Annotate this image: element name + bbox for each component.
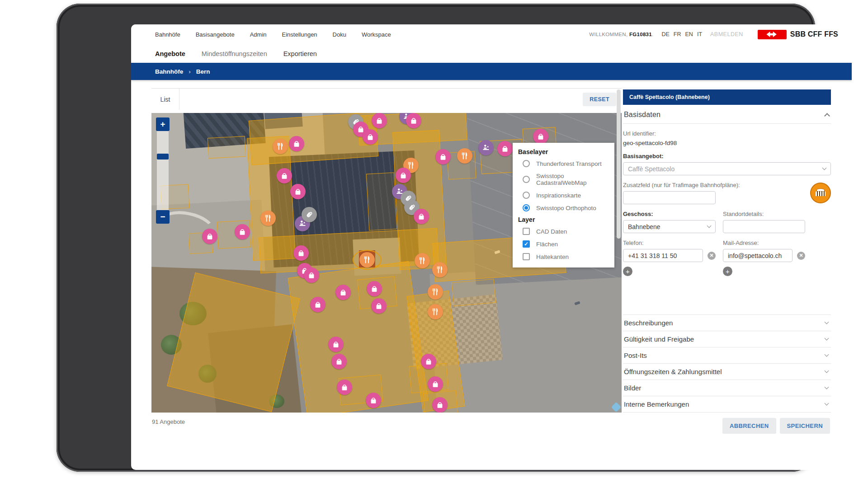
shop-marker[interactable] [235,224,250,239]
baselayer-option[interactable]: Swisstopo Orthophoto [513,202,614,214]
radio-icon[interactable] [523,204,530,211]
zoom-out-button[interactable]: − [156,210,170,224]
checkbox-icon[interactable]: ✓ [523,240,530,248]
accordion-post-its[interactable]: Post-Its [623,347,831,363]
clear-mail-icon[interactable]: ✕ [797,252,805,260]
baselayer-option-label: Swisstopo Orthophoto [536,205,596,211]
shop-marker[interactable] [202,229,217,244]
zoom-in-button[interactable]: + [156,117,170,131]
zoom-slider-track[interactable] [157,131,169,210]
shop-marker[interactable] [371,298,387,314]
shop-marker[interactable] [290,184,306,199]
restaurant-marker[interactable] [428,284,443,300]
restaurant-marker[interactable] [273,139,288,154]
basisdaten-section-header[interactable]: Basisdaten [623,105,831,124]
shop-marker[interactable] [406,113,421,128]
add-mail-button[interactable]: + [723,267,732,276]
layer-option[interactable]: Haltekanten [513,250,614,263]
shop-marker[interactable] [497,141,513,156]
shop-marker[interactable] [366,393,381,408]
shop-marker[interactable] [421,354,436,369]
panel-scrollbar[interactable] [617,89,621,239]
layer-option[interactable]: CAD Daten [513,225,614,238]
geschoss-select[interactable]: Bahnebene [623,220,716,233]
tab-angebote[interactable]: Angebote [155,50,185,57]
shop-marker[interactable] [432,397,448,413]
accordion--ffnungszeiten-zahlungsmittel[interactable]: Öffnungszeiten & Zahlungsmittel [623,363,831,380]
shop-marker[interactable] [304,267,319,283]
main-nav-item-bahnhöfe[interactable]: Bahnhöfe [155,31,180,38]
chevron-down-icon [825,369,829,373]
checkbox-icon[interactable] [523,228,530,235]
radio-icon[interactable] [523,192,530,199]
language-de[interactable]: DE [661,31,669,38]
save-button[interactable]: SPEICHERN [780,418,830,434]
baselayer-option[interactable]: Swisstopo CadastralWebMap [513,170,614,189]
restaurant-marker[interactable] [415,253,430,268]
service-marker[interactable] [478,140,494,155]
map-toolbar: List RESET [151,88,622,110]
radio-icon[interactable] [523,176,530,183]
accordion-interne-bemerkungen[interactable]: Interne Bemerkungen [623,396,831,413]
breadcrumb-root[interactable]: Bahnhöfe [155,68,183,75]
shop-marker[interactable] [331,354,347,369]
shop-marker[interactable] [396,168,411,183]
shop-marker[interactable] [363,129,378,145]
shop-marker[interactable] [310,297,326,312]
telefon-input[interactable] [623,249,703,262]
restaurant-marker[interactable] [428,304,443,319]
main-nav-item-einstellungen[interactable]: Einstellungen [282,31,317,38]
layer-panel: Baselayer Thunderforest TransportSwissto… [513,143,614,267]
main-nav-item-basisangebote[interactable]: Basisangebote [196,31,235,38]
restaurant-marker[interactable] [432,262,448,277]
shop-marker[interactable] [533,129,548,144]
checkbox-icon[interactable] [523,253,530,260]
map-canvas[interactable]: + − Baselayer Thunderforest TransportSwi… [151,113,622,413]
zusatzfeld-input[interactable] [623,191,716,204]
shop-marker[interactable] [435,149,451,164]
language-en[interactable]: EN [685,31,693,38]
logout-link[interactable]: ABMELDEN [710,31,743,38]
shop-marker[interactable] [337,380,352,395]
restaurant-marker[interactable] [457,148,472,164]
language-fr[interactable]: FR [674,31,681,38]
zoom-slider-handle[interactable] [157,154,169,160]
main-nav: BahnhöfeBasisangeboteAdminEinstellungenD… [155,31,391,38]
shop-marker[interactable] [367,281,382,296]
main-nav-item-doku[interactable]: Doku [333,31,346,38]
mail-input[interactable] [723,249,793,262]
cancel-button[interactable]: ABBRECHEN [722,418,776,434]
shop-marker[interactable] [277,168,292,183]
shop-marker[interactable] [414,209,429,224]
shop-marker[interactable] [372,113,387,128]
accordion-bilder[interactable]: Bilder [623,380,831,396]
add-telefon-button[interactable]: + [623,267,632,276]
restaurant-icon[interactable] [359,252,375,267]
main-nav-item-admin[interactable]: Admin [250,31,267,38]
tab-mindestöffnungszeiten[interactable]: Mindestöffnungszeiten [202,50,267,57]
baselayer-option[interactable]: Thunderforest Transport [513,157,614,170]
tab-exportieren[interactable]: Exportieren [283,50,317,57]
reset-button[interactable]: RESET [583,93,616,106]
shop-marker[interactable] [293,245,309,261]
accordion-beschreibungen[interactable]: Beschreibungen [623,314,831,331]
list-tab[interactable]: List [151,89,179,110]
main-nav-item-workspace[interactable]: Workspace [362,31,391,38]
accordion-label: Öffnungszeiten & Zahlungsmittel [624,368,722,375]
accordion-label: Post-Its [624,352,647,359]
clear-telefon-icon[interactable]: ✕ [708,252,716,260]
shop-marker[interactable] [428,376,443,392]
language-it[interactable]: IT [697,31,702,38]
baselayer-option[interactable]: Inspirationskarte [513,189,614,202]
standortdetails-input[interactable] [723,220,805,233]
shop-marker[interactable] [328,337,344,352]
shop-marker[interactable] [289,136,304,151]
selected-offer-marker[interactable] [353,249,382,271]
restaurant-marker[interactable] [260,211,276,226]
layer-option[interactable]: ✓Flächen [513,238,614,250]
attachment-marker[interactable] [302,207,317,222]
basisangebot-select[interactable]: Caffè Spettacolo [623,162,831,175]
radio-icon[interactable] [523,160,530,167]
accordion-g-ltigkeit-und-freigabe[interactable]: Gültigkeit und Freigabe [623,331,831,347]
shop-marker[interactable] [335,285,351,300]
